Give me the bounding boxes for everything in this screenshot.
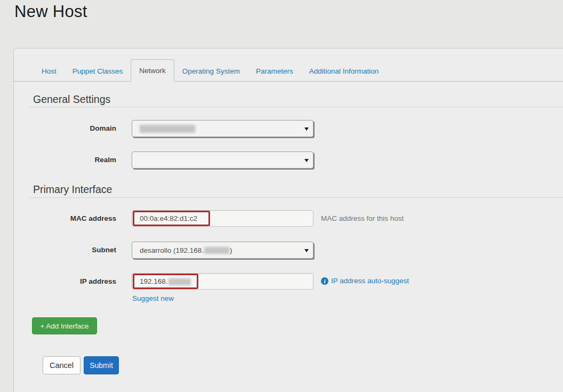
subnet-label: Subnet (14, 246, 116, 254)
subnet-select[interactable]: desarrollo (192.168.) (132, 242, 313, 259)
tab-additional-information[interactable]: Additional Information (301, 60, 387, 82)
cancel-button[interactable]: Cancel (43, 356, 81, 374)
subnet-select-value: desarrollo (192.168.) (140, 246, 232, 254)
section-heading-general-settings: General Settings (33, 93, 110, 106)
tab-parameters[interactable]: Parameters (248, 60, 301, 82)
domain-select[interactable] (132, 120, 313, 137)
tab-puppet-classes[interactable]: Puppet Classes (65, 60, 131, 82)
domain-label: Domain (14, 124, 116, 133)
realm-select[interactable] (132, 151, 313, 169)
mac-address-value: 00:0a:e4:82:d1:c2 (140, 214, 197, 222)
mac-address-input[interactable]: 00:0a:e4:82:d1:c2 (132, 210, 313, 227)
chevron-down-icon (304, 159, 309, 162)
section-divider (29, 107, 563, 107)
redacted-ip-value (168, 278, 191, 285)
add-interface-button[interactable]: + Add Interface (32, 317, 97, 334)
tab-network[interactable]: Network (131, 59, 174, 82)
tab-host[interactable]: Host (34, 60, 65, 82)
mac-address-label: MAC address (14, 214, 116, 223)
realm-label: Realm (14, 156, 116, 164)
chevron-down-icon (304, 127, 309, 131)
redacted-domain-value (140, 125, 195, 133)
tab-operating-system[interactable]: Operating System (174, 60, 248, 82)
chevron-down-icon (304, 249, 309, 252)
section-divider (29, 197, 563, 198)
tab-bar: Host Puppet Classes Network Operating Sy… (34, 59, 387, 82)
suggest-new-link[interactable]: Suggest new (132, 294, 174, 302)
ip-address-value: 192.168. (140, 277, 191, 285)
ip-auto-suggest-link[interactable]: i IP address auto-suggest (321, 277, 409, 285)
info-icon: i (321, 277, 328, 285)
ip-address-input[interactable]: 192.168. (132, 273, 313, 290)
submit-button[interactable]: Submit (84, 356, 119, 374)
mac-help-text: MAC address for this host (321, 214, 404, 223)
page-title: New Host (14, 2, 87, 21)
redacted-subnet-value (204, 247, 229, 254)
ip-auto-suggest-label: IP address auto-suggest (331, 277, 409, 285)
new-host-page: New Host Host Puppet Classes Network Ope… (0, 0, 563, 392)
section-heading-primary-interface: Primary Interface (33, 183, 112, 196)
ip-address-label: IP address (14, 277, 116, 286)
